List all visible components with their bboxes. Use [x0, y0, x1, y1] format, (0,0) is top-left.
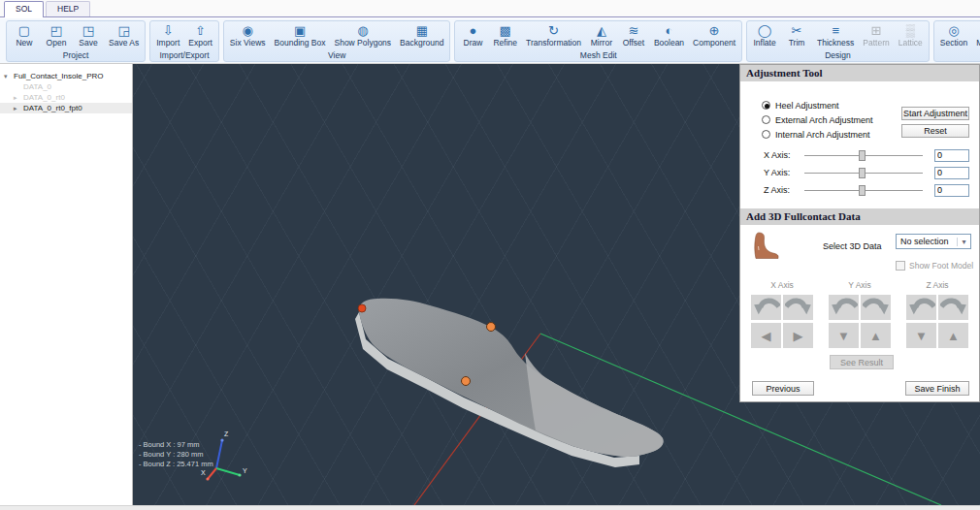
toolbar-button-label: Bounding Box — [275, 38, 326, 48]
radio-label: External Arch Adjustment — [775, 115, 873, 125]
tree-expand-icon[interactable]: ▸ — [14, 105, 20, 112]
axis-control-column: Z Axis — [903, 280, 971, 351]
toolbar-button[interactable]: ◳ Save — [77, 23, 100, 48]
radio-icon — [762, 101, 770, 110]
draw-icon: ● — [470, 23, 477, 38]
toolbar-button[interactable]: ▒ Lattice — [898, 23, 923, 48]
toolbar-button[interactable]: ⇩ Import — [156, 23, 180, 48]
slider-handle[interactable] — [859, 185, 866, 196]
slider-value-input[interactable] — [934, 184, 969, 197]
transformation-icon: ↻ — [548, 23, 559, 38]
fullcontact-header: Add 3D Fullcontact Data — [740, 208, 979, 225]
toolbar-button[interactable]: ⇧ Export — [188, 23, 212, 48]
toolbar-button-label: Section — [940, 38, 967, 48]
toolbar-button[interactable]: ◉ Six Views — [230, 23, 266, 48]
toolbar-button[interactable]: ⊕ Component — [693, 23, 735, 48]
toolbar-button[interactable]: ≋ Offset — [622, 23, 645, 48]
tree-expand-icon[interactable]: ▾ — [4, 73, 11, 80]
arc-arrow-right-icon — [863, 297, 890, 318]
rotate-cw-button[interactable] — [783, 295, 813, 320]
adjustment-panel: Adjustment Tool Heel Adjustment External… — [739, 64, 980, 402]
toolbar-button[interactable]: ▢ New — [13, 23, 36, 48]
move-negative-button[interactable]: ▼ — [906, 323, 936, 348]
toolbar-button-label: Save As — [109, 38, 139, 48]
toolbar-button-label: Trim — [789, 38, 805, 48]
marker-ridge-point[interactable] — [487, 323, 496, 332]
slider-handle[interactable] — [859, 150, 866, 161]
app-tab[interactable]: SOL — [4, 1, 44, 17]
slider-track[interactable] — [804, 173, 923, 174]
triangle-positive-icon: ▶ — [794, 330, 803, 342]
toolbar-button[interactable]: ◍ Show Polygons — [335, 23, 392, 48]
tree-expand-icon[interactable]: ▸ — [14, 94, 20, 102]
rotate-cw-button[interactable] — [938, 295, 968, 320]
radio-icon — [762, 130, 770, 139]
boolean-icon: ◐ — [666, 23, 673, 38]
toolbar-button[interactable]: ✂ Trim — [785, 23, 808, 48]
toolbar-button[interactable]: ╱ Measure — [976, 23, 980, 48]
ribbon-toolbar: ▢ New ◰ Open ◳ Save ◲ S — [0, 18, 980, 64]
adjustment-radio[interactable]: Heel Adjustment — [762, 98, 873, 112]
slider-handle[interactable] — [859, 168, 866, 178]
marker-heel-point[interactable] — [358, 304, 366, 312]
open-icon: ◰ — [50, 23, 62, 38]
toolbar-button[interactable]: ◭ Mirror — [590, 23, 613, 48]
tree-item[interactable]: ▾ Full_Contact_Insole_PRO — [0, 71, 132, 81]
adjustment-radio[interactable]: External Arch Adjustment — [762, 112, 873, 127]
move-positive-button[interactable]: ▶ — [783, 323, 813, 348]
export-icon: ⇧ — [195, 23, 206, 38]
rotate-ccw-button[interactable] — [829, 295, 859, 320]
toolbar-button[interactable]: ▦ Background — [400, 23, 443, 48]
toolbar-button[interactable]: ▣ Bounding Box — [275, 23, 326, 48]
previous-button[interactable]: Previous — [752, 381, 814, 396]
rotate-ccw-button[interactable] — [906, 295, 936, 320]
3d-data-dropdown[interactable]: No selection ▾ — [896, 234, 971, 249]
slider-track[interactable] — [804, 190, 923, 191]
axis-control-column: Y Axis — [826, 280, 894, 351]
toolbar-button[interactable]: ▩ Refine — [493, 23, 517, 48]
foot-icon — [752, 231, 779, 262]
arc-arrow-left-icon — [831, 297, 858, 318]
triangle-positive-icon: ▲ — [947, 330, 960, 342]
move-negative-button[interactable]: ▼ — [829, 323, 859, 348]
tree-item[interactable]: DATA_0 — [0, 81, 132, 92]
toolbar-button[interactable]: ◐ Boolean — [654, 23, 684, 48]
toolbar-button[interactable]: ◰ Open — [45, 23, 68, 48]
toolbar-button-label: Save — [79, 38, 97, 48]
tree-item[interactable]: ▸ DATA_0_rt0 — [0, 92, 132, 103]
app-tab[interactable]: HELP — [46, 1, 90, 16]
toolbar-button[interactable]: ≡ Thickness — [817, 23, 854, 48]
toolbar-button-label: Measure — [976, 38, 980, 48]
radio-icon — [762, 115, 770, 124]
slider-value-input[interactable] — [934, 149, 969, 162]
toolbar-group: ◯ Inflate ✂ Trim ≡ Thickness ⊞ — [746, 20, 930, 62]
toolbar-button[interactable]: ⊞ Pattern — [863, 23, 889, 48]
move-negative-button[interactable]: ◀ — [751, 323, 781, 348]
toolbar-button-label: Six Views — [230, 38, 266, 48]
adjustment-radio[interactable]: Internal Arch Adjustment — [762, 127, 873, 142]
show-foot-model-checkbox[interactable] — [896, 261, 905, 271]
rotate-cw-button[interactable] — [861, 295, 891, 320]
six-views-icon: ◉ — [243, 23, 253, 38]
save-finish-button[interactable]: Save Finish — [905, 381, 969, 396]
reset-button[interactable]: Reset — [901, 124, 969, 138]
tree-item[interactable]: ▸ DATA_0_rt0_fpt0 — [0, 103, 132, 113]
toolbar-button[interactable]: ◲ Save As — [109, 23, 139, 48]
slider-track[interactable] — [804, 155, 923, 156]
toolbar-button[interactable]: ● Draw — [461, 23, 484, 48]
toolbar-button-label: Draw — [464, 38, 483, 48]
start-adjustment-button[interactable]: Start Adjustment — [901, 107, 969, 120]
see-result-button[interactable]: See Result — [830, 355, 894, 369]
toolbar-button[interactable]: ◎ Section — [940, 23, 967, 48]
toolbar-button[interactable]: ↻ Transformation — [526, 23, 581, 48]
move-positive-button[interactable]: ▲ — [938, 323, 968, 348]
toolbar-group-label: Mesh Edit — [461, 49, 735, 60]
slider-value-input[interactable] — [934, 167, 969, 179]
rotate-ccw-button[interactable] — [751, 295, 781, 320]
toolbar-group-label: View — [230, 49, 444, 60]
chevron-down-icon: ▾ — [957, 238, 970, 246]
move-positive-button[interactable]: ▲ — [861, 323, 891, 348]
marker-side-point[interactable] — [462, 377, 471, 386]
show-polygons-icon: ◍ — [357, 23, 368, 38]
toolbar-button[interactable]: ◯ Inflate — [753, 23, 776, 48]
